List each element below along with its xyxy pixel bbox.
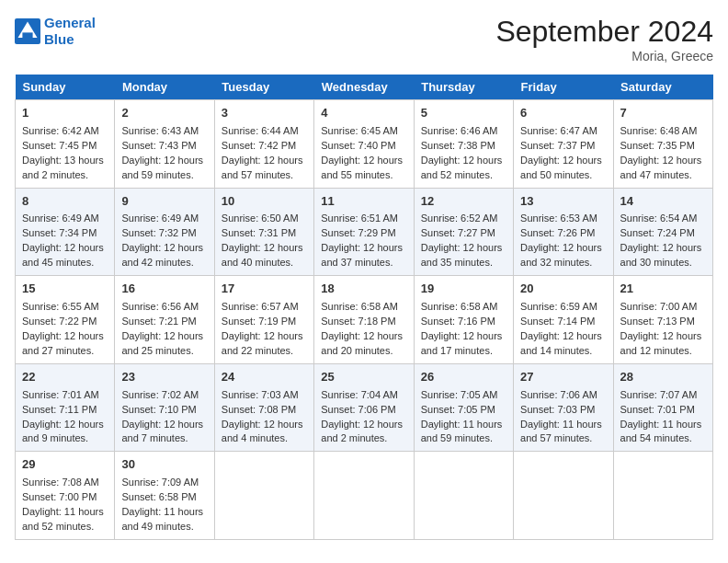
day-info-line: Daylight: 12 hours [121, 241, 207, 256]
day-info-line: Daylight: 12 hours [121, 418, 207, 432]
day-info-line: Sunset: 7:01 PM [620, 403, 706, 418]
day-info-line: Daylight: 11 hours [421, 418, 506, 432]
calendar-cell: 2Sunrise: 6:43 AMSunset: 7:43 PMDaylight… [115, 100, 214, 189]
day-info-line: Sunset: 7:08 PM [222, 403, 307, 418]
day-info-line: and 2 minutes. [321, 431, 406, 446]
calendar-cell: 5Sunrise: 6:46 AMSunset: 7:38 PMDaylight… [414, 100, 513, 189]
day-number: 1 [22, 105, 108, 122]
weekday-header-monday: Monday [115, 75, 214, 100]
calendar-cell: 22Sunrise: 7:01 AMSunset: 7:11 PMDayligh… [16, 363, 115, 452]
day-number: 20 [520, 281, 606, 298]
day-info-line: and 4 minutes. [222, 431, 307, 446]
month-title: September 2024 [495, 15, 713, 49]
day-number: 15 [22, 281, 108, 298]
day-number: 26 [421, 369, 506, 386]
day-info-line: Sunrise: 7:05 AM [421, 388, 506, 403]
day-info-line: Sunset: 7:00 PM [22, 490, 108, 505]
day-info-line: and 42 minutes. [121, 256, 207, 270]
day-info-line: Daylight: 12 hours [620, 329, 706, 344]
day-info-line: Daylight: 11 hours [620, 418, 706, 432]
day-info-line: and 7 minutes. [121, 431, 207, 446]
day-info-line: Sunrise: 6:43 AM [121, 124, 207, 139]
day-info-line: Sunrise: 6:45 AM [321, 124, 406, 139]
day-info-line: Sunset: 7:03 PM [520, 403, 606, 418]
day-info-line: and 2 minutes. [22, 168, 108, 183]
day-number: 14 [620, 193, 706, 211]
weekday-header-thursday: Thursday [414, 75, 513, 100]
day-info-line: Sunrise: 7:04 AM [321, 388, 406, 403]
calendar-cell: 28Sunrise: 7:07 AMSunset: 7:01 PMDayligh… [613, 363, 712, 452]
day-info-line: and 55 minutes. [321, 168, 406, 183]
logo-text: General Blue [44, 15, 96, 48]
calendar-cell: 3Sunrise: 6:44 AMSunset: 7:42 PMDaylight… [214, 100, 313, 189]
day-info-line: Daylight: 12 hours [222, 329, 307, 344]
day-info-line: Sunrise: 6:44 AM [222, 124, 307, 139]
day-info-line: Sunrise: 6:47 AM [520, 124, 606, 139]
calendar-cell: 18Sunrise: 6:58 AMSunset: 7:18 PMDayligh… [314, 276, 414, 364]
day-number: 21 [620, 281, 706, 298]
day-info-line: Daylight: 12 hours [321, 329, 406, 344]
day-number: 28 [620, 369, 706, 386]
svg-rect-2 [22, 32, 32, 38]
day-info-line: Sunset: 7:43 PM [121, 139, 207, 154]
day-info-line: Daylight: 12 hours [222, 154, 307, 168]
day-info-line: Sunset: 7:40 PM [321, 139, 406, 154]
day-info-line: Sunrise: 6:49 AM [22, 212, 108, 226]
day-info-line: Daylight: 12 hours [620, 241, 706, 256]
day-info-line: Sunset: 7:37 PM [520, 139, 606, 154]
day-info-line: Daylight: 12 hours [222, 241, 307, 256]
day-info-line: and 49 minutes. [121, 520, 207, 534]
day-number: 23 [121, 369, 207, 386]
day-info-line: Sunset: 7:16 PM [421, 315, 506, 329]
day-info-line: Sunset: 7:31 PM [222, 226, 307, 241]
day-info-line: Sunset: 6:58 PM [121, 490, 207, 505]
calendar-cell: 11Sunrise: 6:51 AMSunset: 7:29 PMDayligh… [314, 188, 414, 276]
day-info-line: Sunrise: 6:51 AM [321, 212, 406, 226]
calendar-cell: 25Sunrise: 7:04 AMSunset: 7:06 PMDayligh… [314, 363, 414, 452]
day-info-line: Daylight: 12 hours [22, 329, 108, 344]
day-info-line: Sunrise: 6:50 AM [222, 212, 307, 226]
day-info-line: Sunrise: 6:56 AM [121, 300, 207, 315]
day-info-line: Sunset: 7:29 PM [321, 226, 406, 241]
day-info-line: Sunset: 7:19 PM [222, 315, 307, 329]
day-info-line: Sunrise: 6:54 AM [620, 212, 706, 226]
calendar-cell: 4Sunrise: 6:45 AMSunset: 7:40 PMDaylight… [314, 100, 414, 189]
day-number: 10 [222, 193, 307, 211]
day-info-line: Sunrise: 6:55 AM [22, 300, 108, 315]
day-info-line: Sunset: 7:27 PM [421, 226, 506, 241]
day-info-line: and 25 minutes. [121, 344, 207, 359]
calendar-cell: 27Sunrise: 7:06 AMSunset: 7:03 PMDayligh… [514, 363, 613, 452]
calendar-cell: 24Sunrise: 7:03 AMSunset: 7:08 PMDayligh… [214, 363, 313, 452]
location: Moria, Greece [495, 49, 713, 63]
calendar-cell: 26Sunrise: 7:05 AMSunset: 7:05 PMDayligh… [414, 363, 513, 452]
day-info-line: and 59 minutes. [121, 168, 207, 183]
day-info-line: Sunrise: 6:46 AM [421, 124, 506, 139]
calendar-cell: 10Sunrise: 6:50 AMSunset: 7:31 PMDayligh… [214, 188, 313, 276]
day-info-line: and 45 minutes. [22, 256, 108, 270]
weekday-header-saturday: Saturday [613, 75, 712, 100]
day-info-line: and 12 minutes. [620, 344, 706, 359]
day-info-line: Sunset: 7:34 PM [22, 226, 108, 241]
day-info-line: and 27 minutes. [22, 344, 108, 359]
day-info-line: Daylight: 11 hours [520, 418, 606, 432]
day-info-line: Daylight: 12 hours [520, 241, 606, 256]
calendar-cell: 7Sunrise: 6:48 AMSunset: 7:35 PMDaylight… [613, 100, 712, 189]
day-number: 29 [22, 456, 108, 474]
week-row-1: 1Sunrise: 6:42 AMSunset: 7:45 PMDaylight… [16, 100, 713, 189]
day-info-line: and 9 minutes. [22, 431, 108, 446]
day-info-line: Sunset: 7:35 PM [620, 139, 706, 154]
day-number: 13 [520, 193, 606, 211]
day-info-line: Sunrise: 7:00 AM [620, 300, 706, 315]
day-info-line: and 20 minutes. [321, 344, 406, 359]
calendar-cell: 15Sunrise: 6:55 AMSunset: 7:22 PMDayligh… [16, 276, 115, 364]
day-info-line: Daylight: 12 hours [520, 329, 606, 344]
day-info-line: Daylight: 12 hours [421, 241, 506, 256]
week-row-2: 8Sunrise: 6:49 AMSunset: 7:34 PMDaylight… [16, 188, 713, 276]
day-info-line: Sunset: 7:21 PM [121, 315, 207, 329]
day-info-line: and 57 minutes. [520, 431, 606, 446]
day-info-line: Sunset: 7:38 PM [421, 139, 506, 154]
day-info-line: Sunrise: 6:42 AM [22, 124, 108, 139]
day-info-line: Daylight: 12 hours [321, 154, 406, 168]
day-info-line: Sunrise: 7:07 AM [620, 388, 706, 403]
day-number: 19 [421, 281, 506, 298]
